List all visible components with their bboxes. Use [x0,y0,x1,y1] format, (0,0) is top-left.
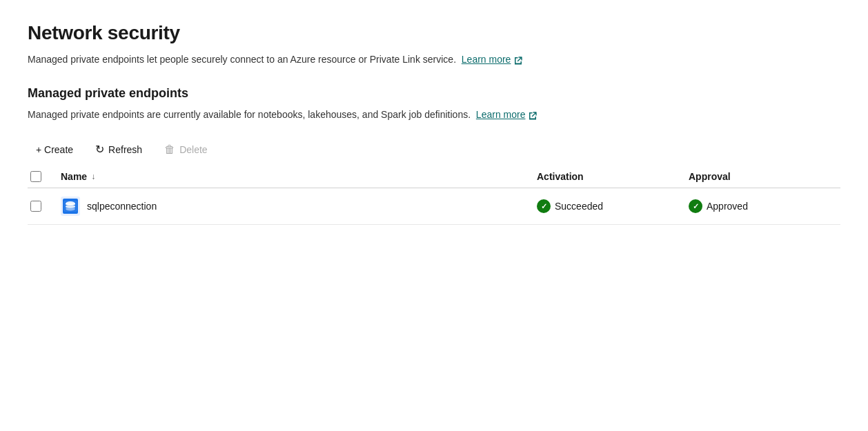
create-button[interactable]: + Create [28,140,81,159]
svg-point-6 [66,208,75,211]
table-header: Name ↓ Activation Approval [28,171,840,188]
row-checkbox[interactable] [30,201,41,212]
header-checkbox-col [28,171,61,182]
external-link-icon-1 [513,55,523,65]
activation-text: Succeeded [555,201,603,212]
endpoints-table: Name ↓ Activation Approval [28,171,840,225]
header-approval-col: Approval [689,171,840,182]
sql-icon [61,197,80,216]
header-name-col: Name ↓ [61,171,537,182]
row-name-text: sqlpeconnection [87,201,157,212]
approval-text: Approved [707,201,748,212]
refresh-button[interactable]: ↻ Refresh [87,139,150,160]
row-approval-col: Approved [689,199,840,214]
sort-icon: ↓ [91,172,95,181]
page-title: Network security [28,22,840,44]
toolbar: + Create ↻ Refresh 🗑 Delete [28,139,840,160]
refresh-icon: ↻ [95,143,104,156]
learn-more-link-1[interactable]: Learn more [462,52,524,67]
table-row: sqlpeconnection Succeeded Approved [28,188,840,225]
row-checkbox-col [28,201,61,212]
section-title: Managed private endpoints [28,86,840,101]
row-activation-col: Succeeded [537,199,689,214]
page-description: Managed private endpoints let people sec… [28,52,840,67]
section-description: Managed private endpoints are currently … [28,108,840,122]
learn-more-link-2[interactable]: Learn more [476,108,538,122]
delete-button[interactable]: 🗑 Delete [156,139,215,160]
activation-check-icon [537,199,551,213]
header-activation-col: Activation [537,171,689,182]
select-all-checkbox[interactable] [30,171,41,182]
row-name-col: sqlpeconnection [61,197,537,216]
external-link-icon-2 [528,110,537,120]
delete-icon: 🗑 [164,143,175,156]
approval-check-icon [689,199,702,213]
